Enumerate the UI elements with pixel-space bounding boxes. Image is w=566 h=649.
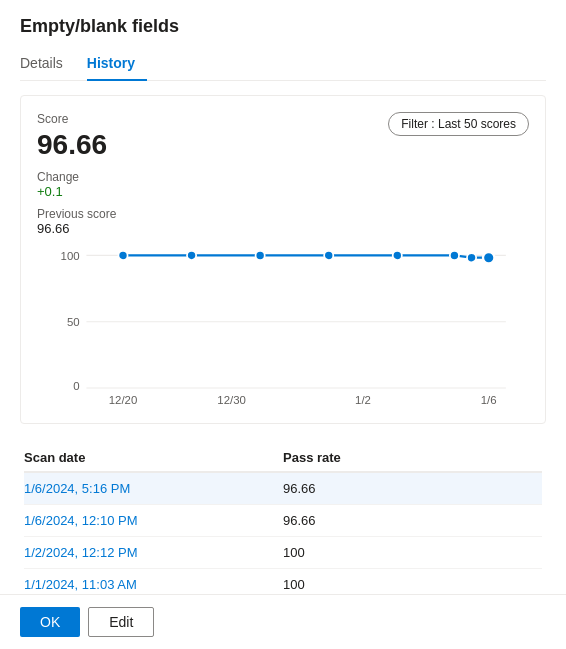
svg-point-13 [324,250,333,259]
svg-text:12/30: 12/30 [217,394,246,404]
pass-rate-cell: 96.66 [283,481,542,496]
scan-date-cell[interactable]: 1/1/2024, 11:03 AM [24,577,283,592]
chart-area: 100 50 0 12/20 12/30 1/2 1/6 [37,244,529,407]
table-row: 1/6/2024, 5:16 PM 96.66 [24,473,542,505]
score-label: Score [37,112,116,126]
svg-point-15 [450,250,459,259]
scan-date-cell[interactable]: 1/6/2024, 5:16 PM [24,481,283,496]
pass-rate-cell: 100 [283,545,542,560]
chart-svg: 100 50 0 12/20 12/30 1/2 1/6 [37,244,529,404]
svg-text:100: 100 [61,250,80,262]
change-label: Change [37,170,116,184]
tab-history[interactable]: History [87,47,147,81]
prev-score-value: 96.66 [37,221,116,236]
svg-point-12 [256,250,265,259]
scan-date-cell[interactable]: 1/6/2024, 12:10 PM [24,513,283,528]
change-value: +0.1 [37,184,116,199]
pass-rate-cell: 96.66 [283,513,542,528]
svg-point-10 [118,250,127,259]
table-header: Scan date Pass rate [24,444,542,473]
table-row: 1/2/2024, 12:12 PM 100 [24,537,542,569]
svg-text:50: 50 [67,316,80,328]
svg-text:12/20: 12/20 [109,394,138,404]
tab-details[interactable]: Details [20,47,75,81]
svg-point-16 [467,253,476,262]
chart-top: Score 96.66 Change +0.1 Previous score 9… [37,112,529,236]
ok-button[interactable]: OK [20,607,80,637]
score-section: Score 96.66 Change +0.1 Previous score 9… [37,112,116,236]
svg-text:1/6: 1/6 [481,394,497,404]
chart-card: Score 96.66 Change +0.1 Previous score 9… [20,95,546,424]
footer: OK Edit [0,594,566,649]
filter-button[interactable]: Filter : Last 50 scores [388,112,529,136]
pass-rate-cell: 100 [283,577,542,592]
svg-text:0: 0 [73,380,79,392]
page-title: Empty/blank fields [20,16,546,37]
scan-date-cell[interactable]: 1/2/2024, 12:12 PM [24,545,283,560]
col-scan-date: Scan date [24,450,283,465]
prev-score-label: Previous score [37,207,116,221]
score-value: 96.66 [37,128,116,162]
svg-point-11 [187,250,196,259]
table-row: 1/6/2024, 12:10 PM 96.66 [24,505,542,537]
col-pass-rate: Pass rate [283,450,542,465]
svg-point-14 [393,250,402,259]
tabs-bar: Details History [20,47,546,81]
page-container: Empty/blank fields Details History Score… [0,0,566,649]
svg-point-17 [483,252,494,263]
edit-button[interactable]: Edit [88,607,154,637]
svg-text:1/2: 1/2 [355,394,371,404]
